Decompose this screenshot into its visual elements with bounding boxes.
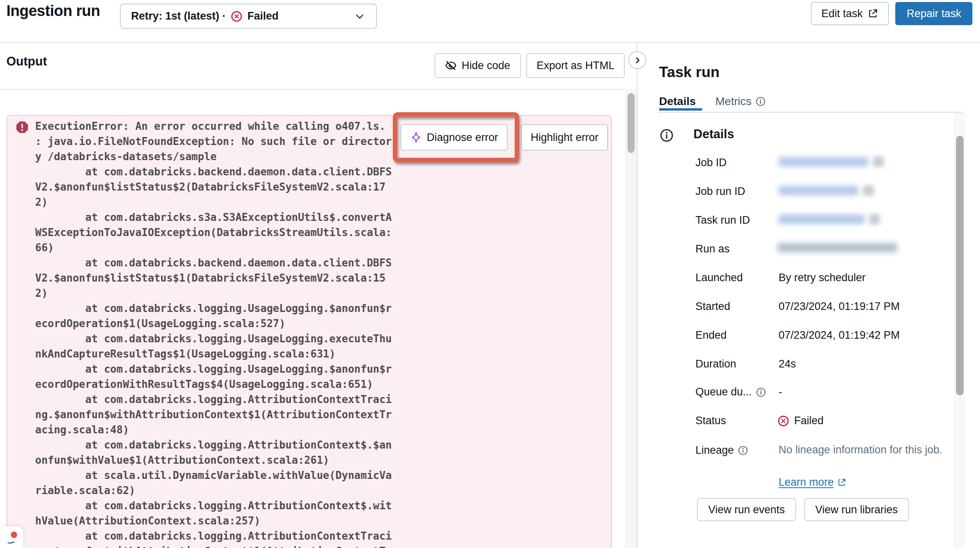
row-value-run-as	[777, 243, 897, 252]
failed-circle-x-icon	[231, 10, 243, 22]
row-value-duration: 24s	[779, 358, 796, 370]
ingestion-run-page: Ingestion run Retry: 1st (latest) · Fail…	[0, 0, 980, 548]
view-run-libraries-label: View run libraries	[815, 504, 898, 516]
diagnose-error-button[interactable]: Diagnose error	[400, 124, 508, 151]
view-run-events-label: View run events	[708, 504, 785, 516]
chevron-down-icon	[354, 10, 366, 22]
row-label-queue-duration: Queue du...	[695, 386, 766, 398]
row-label-task-run-id: Task run ID	[695, 214, 750, 226]
chevron-right-icon	[633, 56, 642, 65]
tab-details-label: Details	[659, 95, 696, 108]
row-label-launched: Launched	[695, 272, 743, 284]
row-label-job-run-id: Job run ID	[695, 185, 745, 198]
row-label-run-as: Run as	[695, 243, 730, 255]
row-label-lineage: Lineage	[695, 444, 748, 457]
run-selector-status: Failed	[247, 10, 279, 22]
external-link-icon	[867, 8, 878, 19]
sparkle-icon	[410, 131, 422, 143]
redacted-job-run-id-link[interactable]	[779, 186, 858, 195]
view-run-libraries-button[interactable]: View run libraries	[804, 498, 909, 521]
row-value-launched: By retry scheduler	[779, 272, 866, 284]
panel-divider	[637, 42, 637, 548]
row-label-started: Started	[695, 300, 730, 313]
edit-task-label: Edit task	[821, 8, 863, 20]
panel-scrollbar-thumb[interactable]	[956, 136, 964, 395]
row-value-job-run-id	[779, 185, 874, 196]
row-label-ended: Ended	[695, 329, 727, 342]
hide-code-label: Hide code	[462, 60, 510, 72]
redacted-job-id-link[interactable]	[779, 157, 868, 167]
row-label-status: Status	[695, 415, 726, 427]
highlight-error-label: Highlight error	[531, 131, 599, 144]
repair-task-label: Repair task	[906, 8, 961, 20]
collapse-panel-button[interactable]	[628, 51, 646, 69]
row-value-ended: 07/23/2024, 01:19:42 PM	[779, 329, 900, 342]
tabs-divider	[657, 112, 964, 113]
status-badge: Failed	[794, 415, 824, 427]
octagon-exclamation-icon	[15, 120, 29, 134]
info-icon[interactable]	[755, 96, 766, 107]
feedback-notification-dot	[11, 532, 17, 538]
header-divider	[0, 42, 980, 43]
details-section-title: Details	[693, 127, 734, 141]
hide-code-button[interactable]: Hide code	[434, 53, 521, 78]
view-run-events-button[interactable]: View run events	[697, 498, 796, 521]
row-label-duration: Duration	[695, 358, 736, 370]
row-value-status: Failed	[777, 415, 824, 427]
error-stack-trace: ExecutionError: An error occurred while …	[35, 119, 405, 548]
failed-circle-x-icon	[777, 415, 789, 427]
output-scrollbar-track	[625, 89, 637, 548]
output-scrollbar-thumb[interactable]	[627, 93, 635, 153]
diagnose-error-label: Diagnose error	[427, 131, 498, 144]
tab-details[interactable]: Details	[659, 95, 696, 108]
eye-off-icon	[445, 60, 457, 71]
info-icon[interactable]	[738, 445, 748, 456]
repair-task-button[interactable]: Repair task	[895, 2, 972, 25]
task-run-title: Task run	[659, 64, 719, 81]
learn-more-link[interactable]: Learn more	[779, 476, 847, 488]
learn-more-label: Learn more	[779, 476, 834, 488]
export-as-html-label: Export as HTML	[536, 60, 614, 72]
row-value-task-run-id	[779, 214, 880, 224]
copy-icon[interactable]	[869, 214, 880, 224]
active-tab-underline	[659, 108, 702, 111]
output-section-title: Output	[6, 54, 47, 69]
external-link-icon	[837, 478, 847, 487]
redacted-task-run-id-link[interactable]	[779, 214, 864, 224]
output-divider	[0, 89, 625, 90]
row-value-started: 07/23/2024, 01:19:17 PM	[779, 300, 900, 313]
export-as-html-button[interactable]: Export as HTML	[526, 53, 625, 78]
header-actions: Edit task Repair task	[811, 2, 972, 25]
info-icon[interactable]	[756, 387, 766, 397]
redacted-run-as-value	[777, 243, 897, 252]
row-value-queue-duration: -	[779, 386, 782, 398]
page-title: Ingestion run	[6, 2, 100, 20]
edit-task-button[interactable]: Edit task	[811, 2, 889, 25]
row-label-job-id: Job ID	[695, 157, 727, 169]
lineage-note: No lineage information for this job.	[779, 442, 943, 458]
details-info-icon[interactable]	[659, 128, 674, 143]
copy-icon[interactable]	[863, 185, 874, 196]
tab-metrics[interactable]: Metrics	[715, 95, 766, 108]
task-run-actions: View run events View run libraries	[697, 498, 909, 521]
copy-icon[interactable]	[873, 157, 884, 167]
row-value-job-id	[779, 157, 884, 167]
run-selector-dropdown[interactable]: Retry: 1st (latest) · Failed	[120, 4, 377, 29]
run-selector-label: Retry: 1st (latest) ·	[131, 10, 226, 22]
tab-metrics-label: Metrics	[715, 95, 751, 108]
highlight-error-button[interactable]: Highlight error	[521, 124, 608, 151]
